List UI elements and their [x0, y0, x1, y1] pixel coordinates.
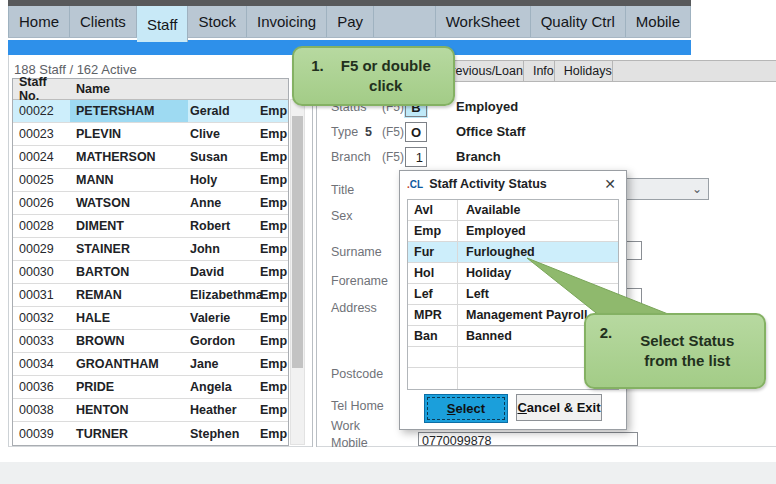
forename-cell: Angela — [188, 380, 258, 394]
forename-cell: Clive — [188, 127, 258, 141]
menu-item[interactable]: Invoicing — [247, 6, 327, 37]
status-cell: Emp — [258, 311, 288, 325]
staff-row[interactable]: 00022 PETERSHAM Gerald Emp — [13, 100, 288, 123]
staff-no-cell: 00032 — [13, 311, 70, 325]
menu-item[interactable]: WorkSheet — [435, 6, 531, 37]
staff-row[interactable]: 00026 WATSON Anne Emp — [13, 192, 288, 215]
forename-cell: Stephen — [188, 427, 258, 441]
staff-row[interactable]: 00030 BARTON David Emp — [13, 261, 288, 284]
menu-item[interactable]: Clients — [70, 6, 137, 37]
forename-cell: Susan — [188, 150, 258, 164]
staff-row[interactable]: 00031 REMAN Elizabethma Emp — [13, 284, 288, 307]
staff-row[interactable]: 00028 DIMENT Robert Emp — [13, 215, 288, 238]
staff-row[interactable]: 00034 GROANTHAM Jane Emp — [13, 353, 288, 376]
surname-cell: REMAN — [70, 284, 188, 306]
surname-cell: HENTON — [70, 399, 188, 421]
dialog-title: Staff Activity Status — [429, 177, 601, 191]
surname-cell: DIMENT — [70, 215, 188, 237]
surname-cell: STAINER — [70, 238, 188, 260]
type-number: 5 — [365, 125, 372, 139]
status-cell: Emp — [258, 380, 288, 394]
dialog-title-bar[interactable]: CL Staff Activity Status ✕ — [400, 171, 626, 197]
menu-item[interactable]: Quality Ctrl — [531, 6, 626, 37]
staff-no-cell: 00034 — [13, 357, 70, 371]
status-option-row[interactable]: Fur Furloughed — [408, 242, 618, 263]
staff-row[interactable]: 00038 HENTON Heather Emp — [13, 399, 288, 422]
status-cell: Emp — [258, 288, 288, 302]
staff-row[interactable]: 00029 STAINER John Emp — [13, 238, 288, 261]
staff-row[interactable]: 00024 MATHERSON Susan Emp — [13, 146, 288, 169]
scrollbar-thumb[interactable] — [292, 116, 303, 368]
status-option-row[interactable]: Lef Left — [408, 284, 618, 305]
staff-row[interactable]: 00036 PRIDE Angela Emp — [13, 376, 288, 399]
surname-cell: GROANTHAM — [70, 353, 188, 375]
surname-cell: BARTON — [70, 261, 188, 283]
staff-activity-status-dialog: CL Staff Activity Status ✕ Avl Available… — [399, 170, 627, 430]
app-logo-icon: CL — [407, 179, 423, 190]
menu-item[interactable]: Home — [8, 6, 70, 37]
select-button[interactable]: Select — [424, 394, 508, 423]
main-menu-bar: Home Clients Staff Stock Invoicing Pay W… — [8, 6, 691, 38]
staff-no-cell: 00024 — [13, 150, 70, 164]
app-window: Home Clients Staff Stock Invoicing Pay W… — [0, 0, 776, 484]
status-cell: Emp — [258, 242, 288, 256]
forename-label: Forename — [331, 274, 388, 288]
staff-table-body: 00022 PETERSHAM Gerald Emp 00023 PLEVIN … — [13, 100, 288, 445]
staff-no-cell: 00036 — [13, 380, 70, 394]
staff-row[interactable]: 00023 PLEVIN Clive Emp — [13, 123, 288, 146]
menu-item[interactable]: Staff — [137, 6, 189, 42]
mobile-field[interactable]: 0770099878 — [418, 432, 638, 446]
sex-label: Sex — [331, 209, 353, 223]
status-code — [408, 347, 458, 367]
surname-cell: PRIDE — [70, 376, 188, 398]
branch-code-field[interactable]: 1 — [405, 147, 427, 167]
staff-no-cell: 00031 — [13, 288, 70, 302]
address-label: Address — [331, 301, 377, 315]
staff-row[interactable]: 00032 HALE Valerie Emp — [13, 307, 288, 330]
status-label: Furloughed — [458, 245, 618, 259]
staff-no-cell: 00033 — [13, 334, 70, 348]
status-code: MPR — [408, 305, 458, 325]
forename-cell: Valerie — [188, 311, 258, 325]
staff-row[interactable]: 00039 TURNER Stephen Emp — [13, 422, 288, 445]
type-code-field[interactable]: O — [405, 122, 427, 142]
staff-row[interactable]: 00025 MANN Holy Emp — [13, 169, 288, 192]
status-cell: Emp — [258, 334, 288, 348]
staff-list-scrollbar[interactable] — [290, 99, 305, 445]
callout-text: F5 or double click — [336, 50, 436, 103]
staff-no-cell: 00030 — [13, 265, 70, 279]
status-cell: Emp — [258, 196, 288, 210]
surname-cell: TURNER — [70, 422, 188, 445]
staff-no-cell: 00039 — [13, 427, 70, 441]
type-value: Office Staff — [456, 124, 525, 139]
cancel-exit-button[interactable]: Cancel & Exit — [516, 394, 602, 421]
staff-table: Staff No. Name 00022 PETERSHAM Gerald Em… — [12, 78, 289, 446]
status-cell: Emp — [258, 150, 288, 164]
status-code: Emp — [408, 221, 458, 241]
staff-row[interactable]: 00033 BROWN Gordon Emp — [13, 330, 288, 353]
menu-item[interactable]: Mobile — [626, 6, 691, 37]
status-cell: Emp — [258, 427, 288, 441]
surname-cell: PETERSHAM — [70, 100, 188, 122]
column-header-name[interactable]: Name — [70, 82, 288, 96]
status-option-row[interactable]: Avl Available — [408, 200, 618, 221]
close-icon[interactable]: ✕ — [601, 176, 619, 192]
branch-value: Branch — [456, 149, 501, 164]
surname-cell: WATSON — [70, 192, 188, 214]
forename-cell: Gordon — [188, 334, 258, 348]
status-option-row[interactable]: Hol Holiday — [408, 263, 618, 284]
staff-no-cell: 00023 — [13, 127, 70, 141]
type-label: Type — [331, 125, 358, 139]
surname-cell: MATHERSON — [70, 146, 188, 168]
detail-tab[interactable]: Info — [524, 60, 555, 82]
column-header-staff-no[interactable]: Staff No. — [13, 75, 70, 103]
status-option-row[interactable]: Emp Employed — [408, 221, 618, 242]
menu-item[interactable]: Stock — [188, 6, 247, 37]
detail-tab[interactable]: Holidays — [555, 60, 613, 82]
type-f5-hint: (F5) — [382, 125, 404, 139]
menu-item[interactable]: Pay — [327, 6, 374, 37]
panel-splitter[interactable] — [312, 55, 317, 447]
staff-no-cell: 00028 — [13, 219, 70, 233]
status-cell: Emp — [258, 357, 288, 371]
status-cell: Emp — [258, 219, 288, 233]
